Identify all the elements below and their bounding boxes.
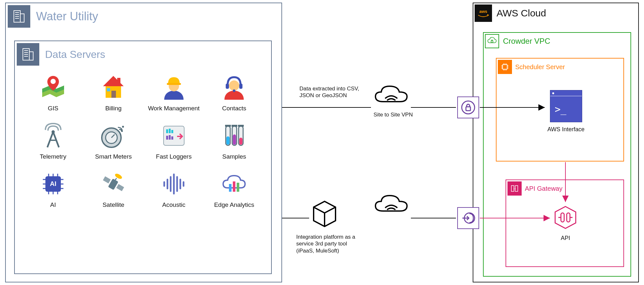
svg-rect-49	[238, 125, 244, 127]
vpc-title: Crowder VPC	[503, 37, 550, 46]
building-icon	[8, 5, 30, 28]
server-item-smart-meters: Smart Meters	[85, 122, 142, 160]
server-item-label: Contacts	[222, 105, 246, 112]
svg-rect-65	[103, 176, 111, 183]
scheduler-header: Scheduler Server	[497, 59, 623, 74]
svg-rect-79	[491, 41, 493, 42]
satellite-icon	[99, 170, 128, 198]
svg-rect-98	[567, 213, 570, 222]
svg-rect-42	[226, 136, 230, 145]
cloud-icon	[374, 193, 409, 216]
ipaas-cube-icon	[312, 199, 337, 228]
api-label: API	[561, 235, 570, 242]
map-pin-icon	[39, 73, 67, 102]
data-servers-container: Data Servers GIS	[14, 41, 272, 274]
data-bars-icon	[160, 122, 188, 150]
headset-person-icon	[220, 73, 248, 102]
server-item-label: AI	[50, 201, 56, 208]
terminal-window-icon: >_	[550, 90, 582, 122]
server-item-satellite: Satellite	[85, 170, 142, 208]
svg-rect-17	[111, 91, 116, 98]
svg-rect-97	[561, 213, 564, 222]
svg-marker-96	[555, 207, 576, 228]
svg-rect-7	[29, 52, 33, 60]
server-item-work-management: Work Management	[145, 73, 203, 112]
server-item-label: Telemetry	[40, 153, 66, 160]
api-gateway-title: API Gateway	[525, 185, 563, 192]
server-item-gis: GIS	[24, 73, 82, 112]
worker-icon	[160, 73, 188, 102]
svg-point-25	[233, 89, 235, 92]
svg-rect-40	[171, 136, 173, 140]
api-hexagon-icon	[553, 205, 578, 230]
test-tubes-icon	[220, 122, 248, 150]
svg-point-67	[114, 173, 123, 180]
server-item-label: Acoustic	[162, 201, 185, 208]
aws-cloud-title: AWS Cloud	[497, 8, 546, 19]
svg-rect-47	[225, 125, 231, 127]
svg-text:</>: </>	[513, 188, 516, 190]
svg-point-22	[229, 80, 239, 91]
svg-rect-78	[237, 183, 239, 192]
svg-rect-102	[466, 107, 470, 111]
sound-wave-icon	[160, 170, 188, 198]
server-item-ai: AI AI	[24, 170, 82, 208]
svg-rect-18	[117, 78, 120, 84]
svg-rect-77	[233, 181, 235, 192]
server-item-contacts: Contacts	[206, 73, 263, 112]
aws-logo-icon: aws	[475, 5, 492, 22]
aws-cloud-header: aws AWS Cloud	[473, 3, 638, 22]
svg-rect-35	[166, 129, 168, 133]
meter-icon	[99, 122, 128, 150]
vpn-label: Site to Site VPN	[372, 111, 414, 118]
svg-rect-39	[169, 135, 171, 140]
svg-rect-46	[239, 138, 242, 145]
svg-rect-80	[503, 65, 507, 69]
vpc-header: Crowder VPC	[484, 33, 630, 48]
scheduler-title: Scheduler Server	[515, 63, 565, 71]
svg-point-101	[462, 101, 475, 114]
svg-rect-44	[233, 134, 236, 145]
server-item-label: Fast Loggers	[156, 153, 192, 160]
server-item-samples: Samples	[206, 122, 263, 160]
data-servers-title: Data Servers	[45, 49, 105, 60]
svg-rect-38	[166, 136, 168, 140]
server-item-edge-analytics: Edge Analytics	[206, 170, 263, 208]
ingress-icon	[457, 207, 479, 229]
aws-interface-node: >_ AWS Interface	[547, 90, 584, 133]
svg-rect-23	[226, 84, 229, 89]
server-item-telemetry: Telemetry	[24, 122, 82, 160]
server-item-label: GIS	[48, 105, 58, 112]
svg-rect-76	[229, 184, 232, 192]
server-item-label: Smart Meters	[95, 153, 132, 160]
svg-rect-37	[171, 130, 173, 133]
api-gateway-header: </> API Gateway	[506, 180, 623, 196]
antenna-icon	[39, 122, 67, 150]
server-item-label: Work Management	[148, 105, 200, 112]
svg-point-14	[51, 79, 56, 84]
water-utility-header: Water Utility	[6, 3, 281, 28]
server-item-fast-loggers: Fast Loggers	[145, 122, 203, 160]
ai-chip-icon: AI	[39, 170, 67, 198]
extract-note: Data extracted into CSV, JSON or GeoJSON	[299, 85, 361, 99]
svg-rect-48	[232, 125, 237, 127]
svg-point-33	[122, 126, 124, 128]
water-utility-title: Water Utility	[36, 10, 98, 23]
data-servers-grid: GIS Billing	[24, 73, 263, 208]
cloud-vpn-icon	[374, 84, 409, 106]
server-item-label: Satellite	[102, 201, 124, 208]
api-gateway-badge-icon: </>	[507, 181, 522, 196]
api-node: API	[553, 205, 578, 242]
data-servers-header: Data Servers	[15, 41, 271, 66]
chip-icon	[498, 60, 512, 74]
server-item-label: Billing	[105, 105, 122, 112]
cloud-chart-icon	[220, 170, 248, 198]
svg-marker-15	[103, 76, 124, 86]
svg-rect-36	[169, 129, 171, 133]
svg-rect-1	[20, 14, 24, 22]
server-item-label: Edge Analytics	[214, 201, 254, 208]
server-item-label: Samples	[222, 153, 246, 160]
aws-logo-text: aws	[479, 9, 488, 14]
svg-text:AI: AI	[50, 180, 56, 187]
svg-rect-66	[116, 184, 124, 191]
